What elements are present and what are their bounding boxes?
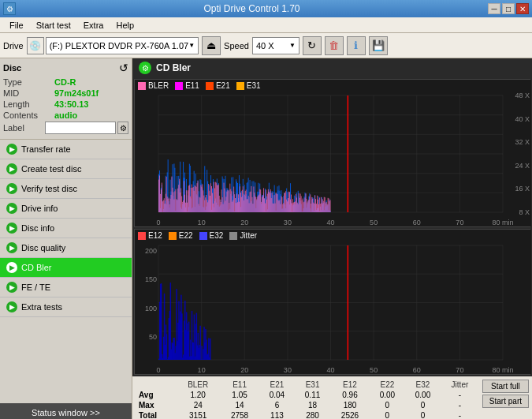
title-bar-title: Opti Drive Control 1.70: [16, 3, 488, 14]
nav-icon-drive-info: ▶: [6, 203, 17, 214]
close-button[interactable]: ✕: [516, 3, 529, 14]
max-e11: 14: [220, 400, 259, 410]
status-window-button[interactable]: Status window >>: [0, 403, 132, 419]
chart-title: CD Bler: [156, 62, 191, 73]
nav-item-fe-te[interactable]: ▶ FE / TE: [0, 278, 132, 297]
col-jitter: Jitter: [441, 380, 479, 390]
main-content: Disc ↺ Type CD-R MID 97m24s01f Length 43…: [0, 58, 532, 419]
nav-item-create-test-disc[interactable]: ▶ Create test disc: [0, 159, 132, 179]
nav-icon-disc-quality: ▶: [6, 242, 17, 253]
max-label: Max: [136, 400, 176, 410]
disc-contents-row: Contents audio: [3, 110, 128, 120]
start-full-button[interactable]: Start full: [482, 380, 529, 393]
chevron-down-icon: ▼: [188, 42, 195, 49]
col-e32: E32: [405, 380, 441, 390]
erase-button[interactable]: 🗑: [325, 36, 344, 55]
nav-icon-create-test-disc: ▶: [6, 163, 17, 174]
bottom-chart: E12 E22 E32 Jitter: [134, 229, 530, 375]
disc-label-row: Label ⚙: [3, 122, 128, 134]
nav-label-cd-bler: CD Bler: [21, 263, 52, 272]
menu-file[interactable]: File: [3, 19, 30, 32]
drive-label: Drive: [3, 41, 24, 51]
max-jitter: -: [441, 400, 479, 410]
total-e21: 113: [259, 410, 295, 419]
refresh-button[interactable]: ↻: [303, 36, 322, 55]
disc-panel: Disc ↺ Type CD-R MID 97m24s01f Length 43…: [0, 58, 132, 140]
legend-bler: BLER: [138, 81, 169, 90]
max-e22: 0: [370, 400, 405, 410]
eject-button[interactable]: ⏏: [202, 36, 221, 55]
nav-icon-fe-te: ▶: [6, 282, 17, 293]
title-bar: ⚙ Opti Drive Control 1.70 ─ □ ✕: [0, 0, 532, 17]
speed-label: Speed: [224, 41, 249, 51]
nav-icon-cd-bler: ▶: [6, 262, 17, 273]
app-icon: ⚙: [3, 2, 16, 15]
disc-type-label: Type: [3, 77, 54, 87]
minimize-button[interactable]: ─: [488, 3, 500, 14]
drive-dropdown[interactable]: (F:) PLEXTOR DVDR PX-760A 1.07 ▼: [46, 37, 199, 54]
nav-label-extra-tests: Extra tests: [21, 302, 62, 312]
legend-jitter: Jitter: [229, 231, 257, 240]
stats-total-row: Total 3151 2758 113 280 2526 0 0 -: [136, 410, 479, 419]
stats-header-row: BLER E11 E21 E31 E12 E22 E32 Jitter: [136, 380, 479, 390]
disc-label-label: Label: [3, 123, 45, 133]
nav-item-transfer-rate[interactable]: ▶ Transfer rate: [0, 140, 132, 159]
drive-icon: 💿: [27, 37, 44, 54]
maximize-button[interactable]: □: [502, 3, 515, 14]
legend-e32-label: E32: [210, 231, 224, 240]
chevron-down-icon-speed: ▼: [289, 42, 296, 49]
legend-bler-label: BLER: [148, 81, 169, 90]
bottom-chart-canvas: [135, 230, 531, 374]
start-part-button[interactable]: Start part: [482, 395, 529, 408]
legend-jitter-label: Jitter: [240, 231, 257, 240]
col-e11: E11: [220, 380, 259, 390]
speed-dropdown[interactable]: 40 X ▼: [252, 37, 299, 54]
menu-start-test[interactable]: Start test: [30, 19, 77, 32]
nav-item-drive-info[interactable]: ▶ Drive info: [0, 199, 132, 219]
nav-icon-verify-test-disc: ▶: [6, 183, 17, 194]
nav-item-cd-bler[interactable]: ▶ CD Bler: [0, 258, 132, 278]
avg-jitter: -: [441, 390, 479, 400]
nav-item-verify-test-disc[interactable]: ▶ Verify test disc: [0, 179, 132, 199]
nav-item-disc-quality[interactable]: ▶ Disc quality: [0, 238, 132, 258]
max-e32: 0: [405, 400, 441, 410]
chart-header: ⚙ CD Bler: [132, 58, 532, 77]
save-button[interactable]: 💾: [369, 36, 388, 55]
legend-e31-label: E31: [247, 81, 261, 90]
settings-icon[interactable]: ⚙: [117, 122, 128, 134]
disc-type-row: Type CD-R: [3, 77, 128, 87]
avg-e21: 0.04: [259, 390, 295, 400]
nav-label-verify-test-disc: Verify test disc: [21, 184, 77, 193]
avg-bler: 1.20: [176, 390, 220, 400]
col-e12: E12: [330, 380, 370, 390]
info-button[interactable]: ℹ: [347, 36, 366, 55]
legend-e21: E21: [206, 81, 230, 90]
chart-title-icon: ⚙: [139, 62, 151, 74]
stats-avg-row: Avg 1.20 1.05 0.04 0.11 0.96 0.00 0.00 -: [136, 390, 479, 400]
disc-label-input[interactable]: [45, 122, 116, 134]
stats-max-row: Max 24 14 6 18 180 0 0 -: [136, 400, 479, 410]
disc-length-label: Length: [3, 99, 54, 109]
menu-extra[interactable]: Extra: [77, 19, 110, 32]
total-bler: 3151: [176, 410, 220, 419]
disc-contents-value: audio: [54, 110, 77, 120]
nav-item-extra-tests[interactable]: ▶ Extra tests: [0, 297, 132, 317]
top-chart: BLER E11 E21 E31: [134, 79, 530, 227]
menu-help[interactable]: Help: [110, 19, 140, 32]
nav-label-transfer-rate: Transfer rate: [21, 144, 71, 154]
legend-e11: E11: [175, 81, 199, 90]
nav-item-disc-info[interactable]: ▶ Disc info: [0, 219, 132, 238]
nav-label-fe-te: FE / TE: [21, 282, 50, 292]
charts-wrapper: BLER E11 E21 E31: [132, 77, 532, 376]
content-area: ⚙ CD Bler BLER E11 E21: [132, 58, 532, 419]
legend-e22: E22: [169, 231, 193, 240]
total-e12: 2526: [330, 410, 370, 419]
legend-e22-label: E22: [179, 231, 193, 240]
total-e31: 280: [295, 410, 330, 419]
col-e31: E31: [295, 380, 330, 390]
avg-e32: 0.00: [405, 390, 441, 400]
disc-refresh-icon[interactable]: ↺: [119, 62, 128, 74]
avg-e31: 0.11: [295, 390, 330, 400]
nav-icon-disc-info: ▶: [6, 223, 17, 234]
total-jitter: -: [441, 410, 479, 419]
